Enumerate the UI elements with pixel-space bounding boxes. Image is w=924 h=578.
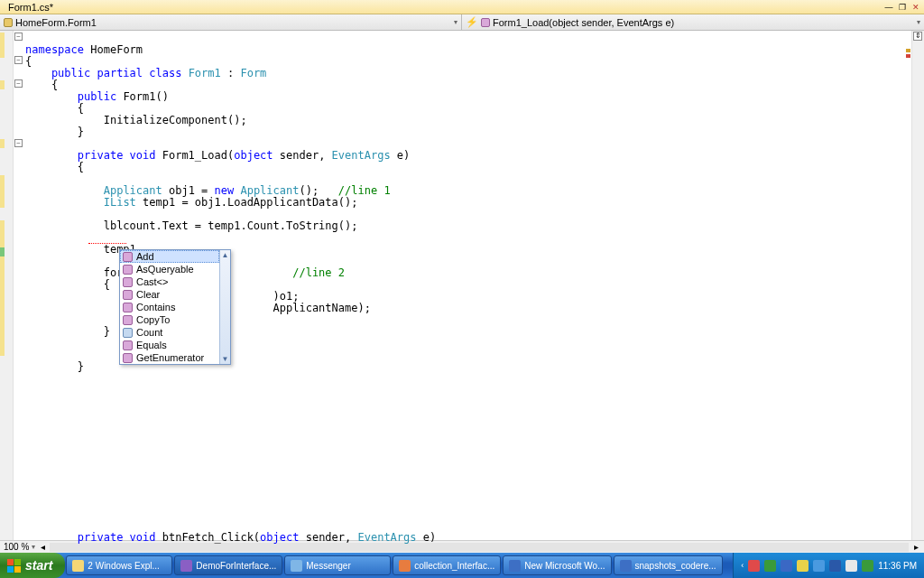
method-icon	[123, 252, 133, 262]
app-icon	[180, 560, 192, 572]
error-squiggle	[88, 243, 126, 244]
marker-bar	[906, 31, 911, 540]
tab-title: Form1.cs*	[8, 2, 53, 13]
intellisense-item[interactable]: Equals	[120, 339, 219, 351]
tray-icon[interactable]	[797, 560, 808, 572]
outlining-margin: − − − −	[14, 31, 24, 540]
start-label: start	[25, 558, 52, 573]
collapse-toggle[interactable]: −	[14, 79, 23, 88]
tray-icon[interactable]	[764, 560, 776, 572]
system-tray: ‹ 11:36 PM	[733, 553, 924, 578]
method-icon	[123, 265, 133, 275]
taskbar-item[interactable]: New Microsoft Wo...	[503, 555, 611, 575]
member-name: Form1_Load(object sender, EventArgs e)	[493, 17, 674, 28]
collapse-toggle[interactable]: −	[14, 33, 23, 41]
taskbar-item[interactable]: DemoForInterface...	[174, 555, 282, 575]
code-truncated: private void btnFetch_Click(object sende…	[25, 532, 436, 544]
method-icon	[481, 18, 490, 27]
restore-icon[interactable]: ❐	[897, 2, 908, 13]
method-icon	[123, 303, 133, 312]
dropdown-icon: ▾	[917, 18, 920, 26]
method-icon	[123, 340, 133, 350]
intellisense-item[interactable]: GetEnumerator	[120, 351, 219, 364]
property-icon	[123, 328, 133, 338]
tray-icon[interactable]	[862, 560, 873, 572]
method-icon	[123, 277, 133, 287]
intellisense-item[interactable]: CopyTo	[120, 313, 219, 326]
dropdown-icon: ▾	[454, 18, 457, 26]
tray-icon[interactable]	[829, 560, 841, 572]
dropdown-icon[interactable]: ▾	[32, 543, 35, 551]
close-icon[interactable]: ✕	[910, 2, 921, 13]
tray-icon[interactable]	[748, 560, 760, 572]
horizontal-scrollbar[interactable]	[50, 543, 909, 552]
clock[interactable]: 11:36 PM	[878, 561, 917, 571]
start-button[interactable]: start	[0, 553, 65, 578]
class-name: HomeForm.Form1	[15, 17, 97, 28]
taskbar-item[interactable]: snapshots_codere...	[614, 555, 723, 575]
method-icon	[123, 315, 133, 325]
taskbar-item[interactable]: 2 Windows Expl...	[66, 555, 172, 575]
collapse-toggle[interactable]: −	[14, 139, 23, 147]
app-icon	[72, 560, 84, 572]
file-tab[interactable]: Form1.cs*	[3, 2, 59, 13]
change-gutter	[0, 31, 14, 540]
intellisense-item[interactable]: Cast<>	[120, 275, 219, 288]
tray-icon[interactable]	[813, 560, 825, 572]
intellisense-list[interactable]: Add AsQueryable Cast<> Clear Contains Co…	[120, 250, 219, 364]
taskbar: start 2 Windows Expl... DemoForInterface…	[0, 553, 924, 578]
scroll-right-icon[interactable]: ▸	[911, 542, 920, 552]
intellisense-item[interactable]: Contains	[120, 301, 219, 313]
intellisense-popup: Add AsQueryable Cast<> Clear Contains Co…	[119, 249, 231, 365]
code-editor[interactable]: − − − − namespace HomeForm { public part…	[0, 31, 924, 540]
window-controls: — ❐ ✕	[883, 2, 921, 13]
class-icon	[4, 18, 13, 27]
member-selector[interactable]: ⚡ Form1_Load(object sender, EventArgs e)…	[462, 14, 924, 30]
tray-icon[interactable]	[781, 560, 792, 572]
app-icon	[620, 560, 632, 572]
tray-expand-icon[interactable]: ‹	[741, 561, 744, 570]
minimize-icon[interactable]: —	[883, 2, 894, 13]
app-icon	[291, 560, 302, 572]
vertical-scrollbar[interactable]: ⇕	[911, 31, 924, 540]
intellisense-item[interactable]: Count	[120, 326, 219, 339]
taskbar-item[interactable]: Messenger	[284, 555, 391, 575]
app-icon	[399, 560, 411, 572]
intellisense-item[interactable]: Add	[120, 250, 219, 263]
intellisense-item[interactable]: Clear	[120, 288, 219, 301]
intellisense-item[interactable]: AsQueryable	[120, 263, 219, 275]
tray-icon[interactable]	[845, 560, 857, 572]
scroll-down-icon[interactable]: ▼	[220, 354, 230, 364]
lightning-icon: ⚡	[466, 16, 478, 28]
app-icon	[509, 560, 521, 572]
class-selector[interactable]: HomeForm.Form1 ▾	[0, 14, 462, 30]
split-icon[interactable]: ⇕	[913, 32, 922, 41]
method-icon	[123, 290, 133, 300]
navigation-bar: HomeForm.Form1 ▾ ⚡ Form1_Load(object sen…	[0, 14, 924, 31]
method-icon	[123, 353, 133, 363]
intellisense-scrollbar[interactable]: ▲ ▼	[219, 250, 230, 364]
windows-logo-icon	[7, 559, 21, 573]
scroll-up-icon[interactable]: ▲	[220, 250, 230, 260]
taskbar-item[interactable]: collection_Interfac...	[393, 555, 501, 575]
document-tab-bar: Form1.cs* — ❐ ✕	[0, 0, 924, 14]
collapse-toggle[interactable]: −	[14, 56, 23, 64]
